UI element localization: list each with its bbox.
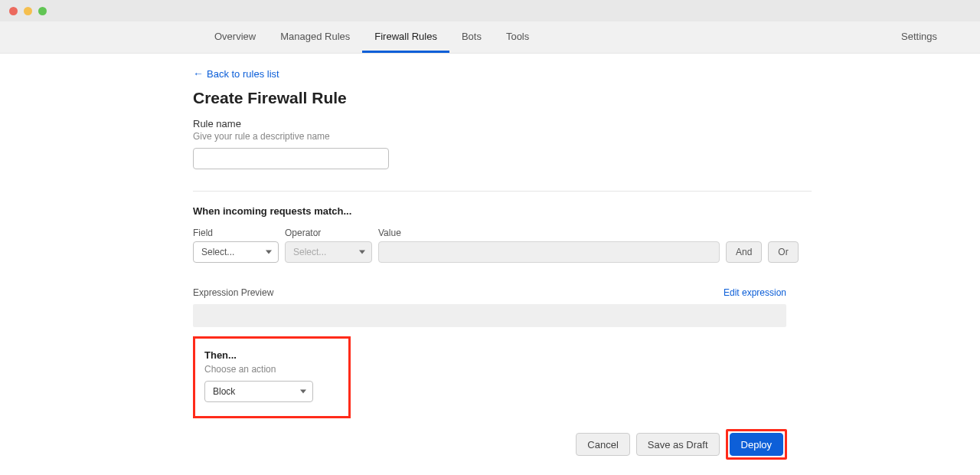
then-section-highlight: Then... Choose an action Block xyxy=(193,336,351,418)
deploy-button[interactable]: Deploy xyxy=(730,433,783,456)
match-heading: When incoming requests match... xyxy=(193,205,812,217)
window-close-icon[interactable] xyxy=(9,7,18,15)
field-select-value: Select... xyxy=(201,247,234,257)
field-column-label: Field xyxy=(193,228,279,238)
field-select[interactable]: Select... xyxy=(193,241,279,263)
tab-bar: Overview Managed Rules Firewall Rules Bo… xyxy=(0,21,980,54)
action-select[interactable]: Block xyxy=(204,381,313,402)
operator-column-label: Operator xyxy=(285,228,372,238)
tab-settings[interactable]: Settings xyxy=(889,21,949,53)
window-titlebar xyxy=(0,0,980,21)
tab-tools[interactable]: Tools xyxy=(494,21,541,53)
tab-bots[interactable]: Bots xyxy=(449,21,494,53)
window-maximize-icon[interactable] xyxy=(38,7,47,15)
then-hint: Choose an action xyxy=(204,364,339,375)
operator-select-value: Select... xyxy=(293,247,326,257)
save-draft-button[interactable]: Save as Draft xyxy=(636,433,720,456)
rule-name-label: Rule name xyxy=(193,118,812,129)
back-link-text: Back to rules list xyxy=(207,68,279,80)
page-title: Create Firewall Rule xyxy=(193,89,812,107)
tab-firewall-rules[interactable]: Firewall Rules xyxy=(362,21,449,53)
then-heading: Then... xyxy=(204,349,339,361)
back-to-rules-link[interactable]: ← Back to rules list xyxy=(193,67,279,80)
action-select-value: Block xyxy=(213,386,235,397)
tab-managed-rules[interactable]: Managed Rules xyxy=(268,21,362,53)
tab-overview[interactable]: Overview xyxy=(202,21,268,53)
edit-expression-link[interactable]: Edit expression xyxy=(724,287,786,298)
section-divider xyxy=(193,191,812,192)
window-minimize-icon[interactable] xyxy=(24,7,32,15)
value-input xyxy=(378,241,720,263)
rule-name-hint: Give your rule a descriptive name xyxy=(193,131,812,142)
arrow-left-icon: ← xyxy=(193,67,204,80)
expression-preview-box xyxy=(193,304,786,327)
rule-name-input[interactable] xyxy=(193,148,389,169)
deploy-highlight: Deploy xyxy=(726,429,787,460)
and-button[interactable]: And xyxy=(726,241,762,263)
value-column-label: Value xyxy=(378,228,720,238)
or-button[interactable]: Or xyxy=(768,241,798,263)
expression-preview-label: Expression Preview xyxy=(193,287,273,298)
operator-select: Select... xyxy=(285,241,372,263)
cancel-button[interactable]: Cancel xyxy=(576,433,629,456)
